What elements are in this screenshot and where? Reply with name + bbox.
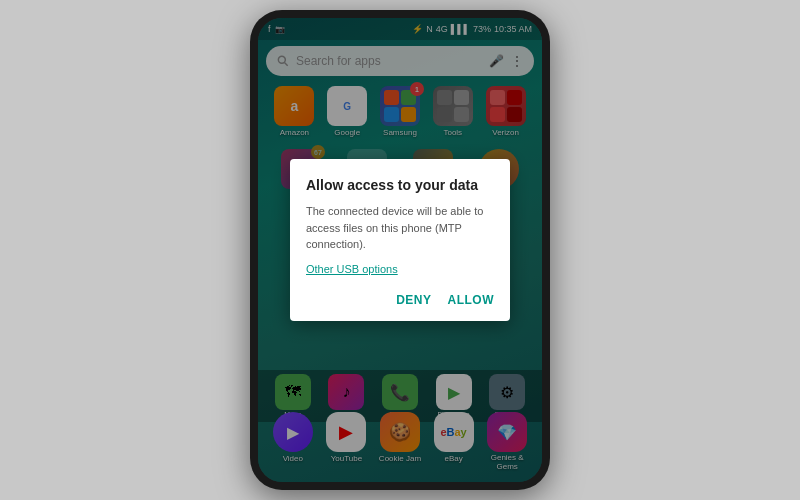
dialog-box: Allow access to your data The connected … bbox=[290, 159, 510, 321]
phone-frame: f 📷 ⚡ N 4G ▌▌▌ 73% 10:35 AM Search for a… bbox=[250, 10, 550, 490]
phone-screen: f 📷 ⚡ N 4G ▌▌▌ 73% 10:35 AM Search for a… bbox=[258, 18, 542, 482]
dialog-overlay: Allow access to your data The connected … bbox=[258, 18, 542, 482]
dialog-buttons: DENY ALLOW bbox=[306, 289, 494, 311]
deny-button[interactable]: DENY bbox=[396, 289, 431, 311]
dialog-usb-link[interactable]: Other USB options bbox=[306, 263, 494, 275]
allow-button[interactable]: ALLOW bbox=[448, 289, 495, 311]
dialog-title: Allow access to your data bbox=[306, 177, 494, 193]
dialog-body: The connected device will be able to acc… bbox=[306, 203, 494, 253]
